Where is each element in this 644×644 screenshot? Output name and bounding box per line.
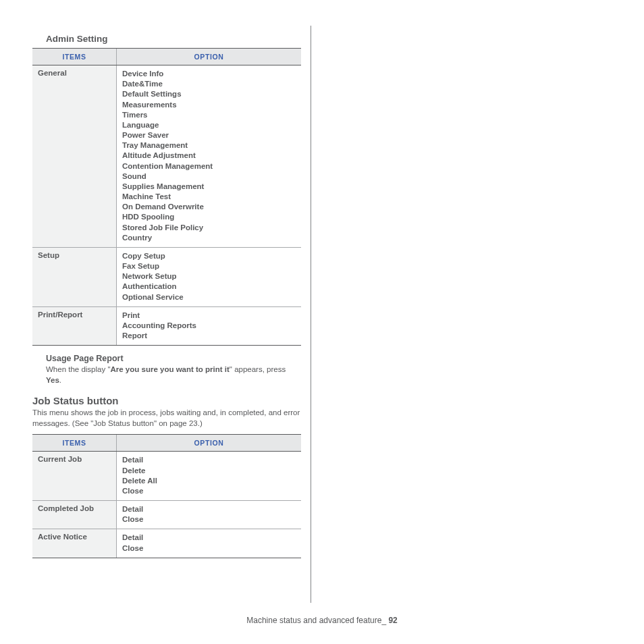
- option-item: Optional Service: [122, 292, 296, 302]
- option-item: Supplies Management: [122, 182, 296, 192]
- admin-setting-heading: Admin Setting: [46, 34, 301, 44]
- option-item: Sound: [122, 171, 296, 182]
- option-item: Report: [122, 331, 296, 341]
- option-item: Tray Management: [122, 140, 296, 151]
- option-item: Date&Time: [122, 79, 296, 89]
- item-cell: General: [32, 65, 117, 248]
- option-item: Detail: [122, 504, 296, 514]
- item-cell: Current Job: [32, 452, 117, 501]
- item-cell: Completed Job: [32, 501, 117, 529]
- table-row: Print/ReportPrintAccounting ReportsRepor…: [32, 306, 301, 346]
- option-item: Network Setup: [122, 271, 296, 281]
- option-item: Altitude Adjustment: [122, 151, 296, 161]
- option-item: Timers: [122, 110, 296, 120]
- right-column: [321, 34, 589, 603]
- option-item: Stored Job File Policy: [122, 223, 296, 233]
- th-items: Items: [32, 435, 117, 452]
- option-item: Accounting Reports: [122, 321, 296, 331]
- admin-table: Items Option GeneralDevice InfoDate&Time…: [32, 48, 301, 346]
- jobstatus-desc: This menu shows the job in process, jobs…: [32, 408, 301, 429]
- option-item: Detail: [122, 533, 296, 543]
- option-cell: DetailClose: [117, 501, 302, 529]
- option-item: Language: [122, 120, 296, 130]
- table-row: Current JobDetailDeleteDelete AllClose: [32, 452, 301, 501]
- option-item: Device Info: [122, 69, 296, 79]
- option-item: Detail: [122, 455, 296, 465]
- option-item: Machine Test: [122, 192, 296, 202]
- usage-heading: Usage Page Report: [46, 354, 301, 363]
- th-option: Option: [117, 435, 302, 452]
- option-item: Delete All: [122, 476, 296, 486]
- th-option: Option: [117, 49, 302, 65]
- th-items: Items: [32, 49, 117, 65]
- option-cell: PrintAccounting ReportsReport: [117, 306, 302, 346]
- option-item: Country: [122, 233, 296, 243]
- left-column: Admin Setting Items Option GeneralDevice…: [32, 34, 301, 603]
- option-item: Contention Management: [122, 161, 296, 171]
- page-footer: Machine status and advanced feature_ 92: [0, 616, 644, 625]
- table-row: Active NoticeDetailClose: [32, 529, 301, 558]
- table-row: Completed JobDetailClose: [32, 501, 301, 529]
- item-cell: Active Notice: [32, 529, 117, 558]
- jobstatus-heading: Job Status button: [32, 395, 301, 406]
- option-item: Print: [122, 311, 296, 321]
- option-item: Authentication: [122, 281, 296, 292]
- option-item: Close: [122, 514, 296, 525]
- option-item: HDD Spooling: [122, 212, 296, 222]
- option-cell: Device InfoDate&TimeDefault SettingsMeas…: [117, 65, 302, 248]
- table-row: GeneralDevice InfoDate&TimeDefault Setti…: [32, 65, 301, 248]
- option-item: Measurements: [122, 100, 296, 110]
- item-cell: Print/Report: [32, 306, 117, 346]
- option-item: Power Saver: [122, 130, 296, 140]
- option-item: Fax Setup: [122, 261, 296, 271]
- column-divider: [311, 26, 311, 603]
- option-item: Copy Setup: [122, 251, 296, 261]
- item-cell: Setup: [32, 247, 117, 306]
- jobstatus-table: Items Option Current JobDetailDeleteDele…: [32, 434, 301, 558]
- option-item: Default Settings: [122, 89, 296, 99]
- table-row: SetupCopy SetupFax SetupNetwork SetupAut…: [32, 247, 301, 306]
- usage-text: When the display "Are you sure you want …: [46, 365, 301, 385]
- option-item: Close: [122, 543, 296, 554]
- option-cell: Copy SetupFax SetupNetwork SetupAuthenti…: [117, 247, 302, 306]
- option-item: Delete: [122, 466, 296, 476]
- option-item: On Demand Overwrite: [122, 202, 296, 212]
- option-cell: DetailClose: [117, 529, 302, 558]
- option-cell: DetailDeleteDelete AllClose: [117, 452, 302, 501]
- option-item: Close: [122, 486, 296, 496]
